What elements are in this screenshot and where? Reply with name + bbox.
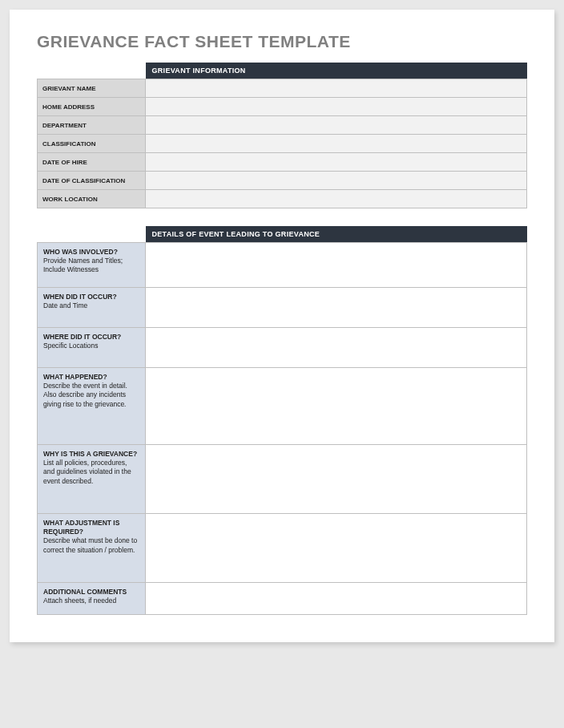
label-grievant-name: GRIEVANT NAME (38, 79, 146, 98)
section-header-grievant-info: GRIEVANT INFORMATION (38, 63, 527, 79)
label-why: WHY IS THIS A GRIEVANCE? List all polici… (38, 444, 146, 513)
row-when: WHEN DID IT OCCUR? Date and Time (38, 287, 527, 327)
value-who[interactable] (146, 242, 527, 287)
value-home-address[interactable] (146, 98, 527, 116)
header-text: DETAILS OF EVENT LEADING TO GRIEVANCE (146, 226, 527, 243)
label-date-of-hire: DATE OF HIRE (38, 153, 146, 172)
question-when: WHEN DID IT OCCUR? (43, 293, 139, 301)
row-comments: ADDITIONAL COMMENTS Attach sheets, if ne… (38, 582, 527, 614)
value-where[interactable] (146, 327, 527, 367)
grievant-info-table: GRIEVANT INFORMATION GRIEVANT NAME HOME … (37, 63, 527, 615)
label-comments: ADDITIONAL COMMENTS Attach sheets, if ne… (38, 582, 146, 614)
value-date-of-hire[interactable] (146, 153, 527, 172)
row-who: WHO WAS INVOLVED? Provide Names and Titl… (38, 242, 527, 287)
label-who: WHO WAS INVOLVED? Provide Names and Titl… (38, 242, 146, 287)
section-header-details: DETAILS OF EVENT LEADING TO GRIEVANCE (38, 226, 527, 243)
row-classification: CLASSIFICATION (38, 135, 527, 153)
label-home-address: HOME ADDRESS (38, 98, 146, 116)
question-who: WHO WAS INVOLVED? (43, 248, 139, 257)
row-what: WHAT HAPPENED? Describe the event in det… (38, 367, 527, 444)
row-home-address: HOME ADDRESS (38, 98, 527, 116)
label-classification: CLASSIFICATION (38, 135, 146, 153)
value-when[interactable] (146, 287, 527, 327)
question-where: WHERE DID IT OCCUR? (43, 333, 139, 342)
value-grievant-name[interactable] (146, 79, 527, 98)
document-page: GRIEVANCE FACT SHEET TEMPLATE GRIEVANT I… (10, 10, 554, 642)
value-comments[interactable] (146, 582, 527, 614)
value-what[interactable] (146, 367, 527, 444)
row-grievant-name: GRIEVANT NAME (38, 79, 527, 98)
value-classification[interactable] (146, 135, 527, 153)
question-what: WHAT HAPPENED? (43, 373, 139, 382)
row-where: WHERE DID IT OCCUR? Specific Locations (38, 327, 527, 367)
value-department[interactable] (146, 116, 527, 135)
page-title: GRIEVANCE FACT SHEET TEMPLATE (37, 32, 527, 51)
hint-comments: Attach sheets, if needed (43, 597, 139, 605)
label-when: WHEN DID IT OCCUR? Date and Time (38, 287, 146, 327)
value-why[interactable] (146, 444, 527, 513)
question-comments: ADDITIONAL COMMENTS (43, 588, 139, 597)
hint-adjust: Describe what must be done to correct th… (43, 536, 139, 555)
header-blank (38, 63, 146, 79)
label-work-location: WORK LOCATION (38, 190, 146, 208)
label-where: WHERE DID IT OCCUR? Specific Locations (38, 327, 146, 367)
hint-who: Provide Names and Titles; Include Witnes… (43, 257, 139, 275)
row-department: DEPARTMENT (38, 116, 527, 135)
value-work-location[interactable] (146, 190, 527, 208)
header-blank (38, 226, 146, 243)
row-adjust: WHAT ADJUSTMENT IS REQUIRED? Describe wh… (38, 513, 527, 582)
value-date-of-classification[interactable] (146, 172, 527, 190)
question-adjust: WHAT ADJUSTMENT IS REQUIRED? (43, 519, 139, 537)
hint-when: Date and Time (43, 301, 139, 310)
hint-what: Describe the event in detail. Also descr… (43, 382, 139, 409)
row-work-location: WORK LOCATION (38, 190, 527, 208)
hint-where: Specific Locations (43, 342, 139, 350)
hint-why: List all policies, procedures, and guide… (43, 459, 139, 486)
label-date-of-classification: DATE OF CLASSIFICATION (38, 172, 146, 190)
row-date-of-classification: DATE OF CLASSIFICATION (38, 172, 527, 190)
label-department: DEPARTMENT (38, 116, 146, 135)
value-adjust[interactable] (146, 513, 527, 582)
label-adjust: WHAT ADJUSTMENT IS REQUIRED? Describe wh… (38, 513, 146, 582)
row-why: WHY IS THIS A GRIEVANCE? List all polici… (38, 444, 527, 513)
row-date-of-hire: DATE OF HIRE (38, 153, 527, 172)
label-what: WHAT HAPPENED? Describe the event in det… (38, 367, 146, 444)
question-why: WHY IS THIS A GRIEVANCE? (43, 450, 139, 459)
header-text: GRIEVANT INFORMATION (146, 63, 527, 79)
